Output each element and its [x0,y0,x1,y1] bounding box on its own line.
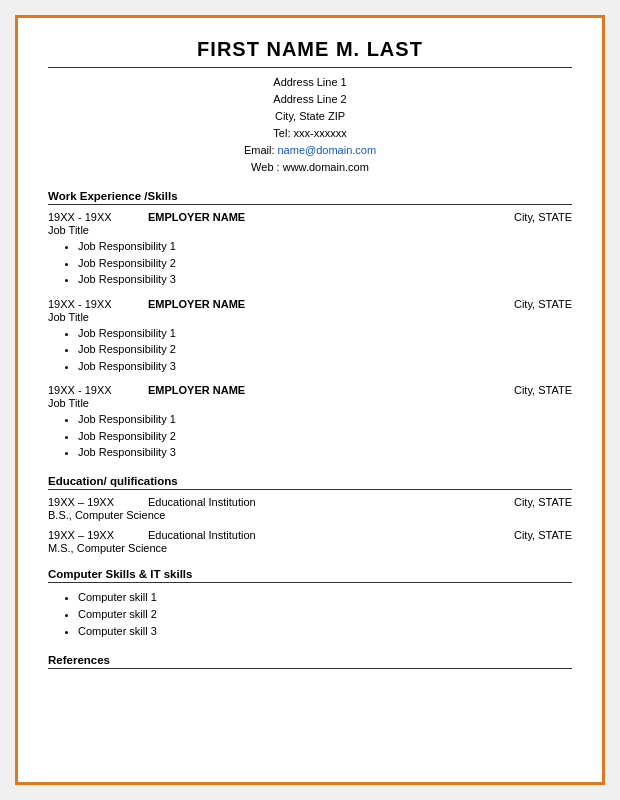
work-experience-section: Work Experience /Skills 19XX - 19XX EMPL… [48,190,572,461]
job-location-1: City, STATE [492,211,572,223]
list-item: Job Responsibility 3 [78,271,572,288]
references-title: References [48,654,572,666]
list-item: Computer skill 3 [78,623,572,640]
job-dates-2: 19XX - 19XX [48,298,128,310]
job-entry-3: 19XX - 19XX EMPLOYER NAME City, STATE Jo… [48,384,572,461]
job-location-3: City, STATE [492,384,572,396]
list-item: Job Responsibility 1 [78,238,572,255]
job-responsibilities-2: Job Responsibility 1 Job Responsibility … [78,325,572,375]
education-title: Education/ qulifications [48,475,572,487]
job-header-3: 19XX - 19XX EMPLOYER NAME City, STATE [48,384,572,396]
web-value: www.domain.com [283,161,369,173]
list-item: Computer skill 1 [78,589,572,606]
email-link[interactable]: name@domain.com [278,144,377,156]
contact-info: Address Line 1 Address Line 2 City, Stat… [48,74,572,176]
education-divider [48,489,572,490]
list-item: Job Responsibility 2 [78,341,572,358]
job-responsibilities-1: Job Responsibility 1 Job Responsibility … [78,238,572,288]
job-title-3: Job Title [48,397,572,409]
computer-skills-divider [48,582,572,583]
computer-skills-section: Computer Skills & IT skills Computer ski… [48,568,572,640]
city-state-zip: City, State ZIP [48,108,572,125]
list-item: Job Responsibility 1 [78,411,572,428]
job-location-2: City, STATE [492,298,572,310]
job-entry-1: 19XX - 19XX EMPLOYER NAME City, STATE Jo… [48,211,572,288]
job-employer-3: EMPLOYER NAME [148,384,492,396]
edu-degree-2: M.S., Computer Science [48,542,572,554]
work-experience-title: Work Experience /Skills [48,190,572,202]
edu-location-2: City, STATE [492,529,572,541]
job-entry-2: 19XX - 19XX EMPLOYER NAME City, STATE Jo… [48,298,572,375]
job-employer-2: EMPLOYER NAME [148,298,492,310]
edu-entry-1: 19XX – 19XX Educational Institution City… [48,496,572,521]
address-line2: Address Line 2 [48,91,572,108]
web-line: Web : www.domain.com [48,159,572,176]
references-divider [48,668,572,669]
tel: Tel: xxx-xxxxxx [48,125,572,142]
edu-dates-2: 19XX – 19XX [48,529,128,541]
list-item: Computer skill 2 [78,606,572,623]
list-item: Job Responsibility 3 [78,358,572,375]
list-item: Job Responsibility 1 [78,325,572,342]
job-dates-1: 19XX - 19XX [48,211,128,223]
edu-entry-2: 19XX – 19XX Educational Institution City… [48,529,572,554]
edu-degree-1: B.S., Computer Science [48,509,572,521]
edu-header-2: 19XX – 19XX Educational Institution City… [48,529,572,541]
resume-name: FIRST NAME M. LAST [48,38,572,61]
list-item: Job Responsibility 2 [78,428,572,445]
list-item: Job Responsibility 3 [78,444,572,461]
web-label: Web : [251,161,280,173]
references-section: References [48,654,572,669]
work-experience-divider [48,204,572,205]
edu-dates-1: 19XX – 19XX [48,496,128,508]
address-line1: Address Line 1 [48,74,572,91]
job-employer-1: EMPLOYER NAME [148,211,492,223]
list-item: Job Responsibility 2 [78,255,572,272]
resume-document: FIRST NAME M. LAST Address Line 1 Addres… [15,15,605,785]
job-header-2: 19XX - 19XX EMPLOYER NAME City, STATE [48,298,572,310]
job-title-2: Job Title [48,311,572,323]
email-line: Email: name@domain.com [48,142,572,159]
education-section: Education/ qulifications 19XX – 19XX Edu… [48,475,572,554]
job-header-1: 19XX - 19XX EMPLOYER NAME City, STATE [48,211,572,223]
header-divider [48,67,572,68]
edu-institution-1: Educational Institution [148,496,492,508]
edu-header-1: 19XX – 19XX Educational Institution City… [48,496,572,508]
edu-institution-2: Educational Institution [148,529,492,541]
job-dates-3: 19XX - 19XX [48,384,128,396]
job-title-1: Job Title [48,224,572,236]
skills-list: Computer skill 1 Computer skill 2 Comput… [78,589,572,640]
job-responsibilities-3: Job Responsibility 1 Job Responsibility … [78,411,572,461]
edu-location-1: City, STATE [492,496,572,508]
email-label: Email: [244,144,275,156]
computer-skills-title: Computer Skills & IT skills [48,568,572,580]
